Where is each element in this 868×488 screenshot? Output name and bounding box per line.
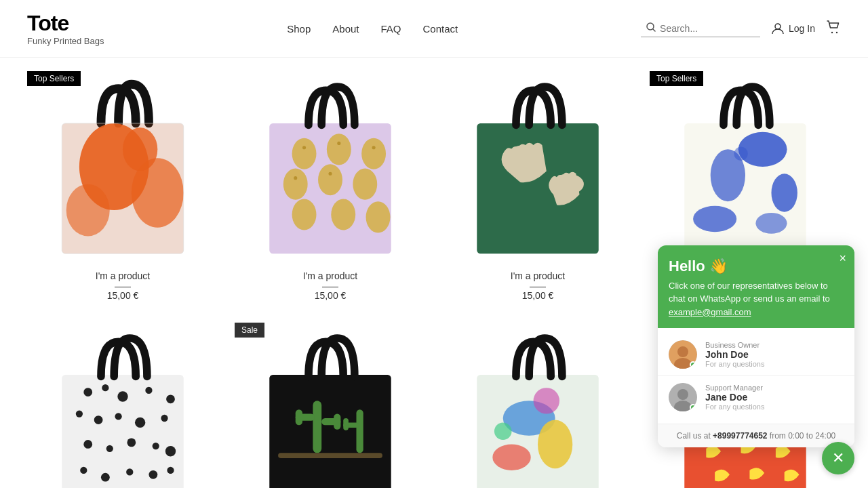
product-card-5[interactable]: I'm a product 15,00 € bbox=[27, 323, 218, 488]
badge-sale-6: Sale bbox=[235, 323, 264, 338]
svg-point-40 bbox=[734, 147, 748, 161]
product-card-2[interactable]: I'm a product 15,00 € bbox=[235, 71, 426, 301]
svg-rect-71 bbox=[278, 453, 382, 458]
product-image-3 bbox=[442, 71, 633, 262]
search-bar[interactable] bbox=[641, 20, 760, 37]
svg-point-38 bbox=[693, 206, 736, 232]
svg-point-9 bbox=[66, 184, 110, 237]
svg-point-46 bbox=[166, 394, 175, 403]
agent-info-2: Support Manager Jane Doe For any questio… bbox=[705, 384, 764, 411]
product-image-5 bbox=[27, 323, 218, 488]
svg-point-48 bbox=[94, 415, 103, 424]
product-divider-2 bbox=[322, 287, 338, 287]
svg-point-75 bbox=[492, 444, 530, 470]
svg-point-43 bbox=[102, 384, 108, 391]
svg-point-25 bbox=[294, 176, 297, 180]
svg-point-49 bbox=[115, 413, 121, 420]
svg-rect-63 bbox=[313, 401, 321, 453]
svg-point-50 bbox=[135, 418, 145, 428]
chat-widget: × Hello 👋 Click one of our representativ… bbox=[658, 245, 854, 448]
product-image-1: Top Sellers bbox=[27, 71, 218, 262]
search-icon bbox=[646, 22, 656, 34]
product-price-2: 15,00 € bbox=[315, 290, 347, 301]
svg-point-47 bbox=[76, 410, 83, 417]
svg-point-39 bbox=[755, 213, 787, 234]
nav-contact[interactable]: Contact bbox=[423, 23, 458, 35]
nav-shop[interactable]: Shop bbox=[287, 23, 311, 35]
product-divider-1 bbox=[115, 287, 131, 287]
svg-point-19 bbox=[292, 199, 317, 230]
logo-subtitle: Funky Printed Bags bbox=[27, 36, 104, 46]
agent-avatar-1 bbox=[669, 340, 697, 369]
agent-name-1: John Doe bbox=[705, 349, 764, 360]
svg-point-17 bbox=[318, 164, 342, 195]
svg-point-16 bbox=[283, 169, 308, 200]
product-divider-3 bbox=[530, 287, 546, 287]
chat-agents-list: Business Owner John Doe For any question… bbox=[658, 328, 854, 424]
cart-icon[interactable] bbox=[826, 20, 841, 38]
svg-point-3 bbox=[831, 31, 833, 33]
chat-toggle-button[interactable]: ✕ bbox=[822, 442, 854, 474]
agent-name-2: Jane Doe bbox=[705, 392, 764, 403]
badge-top-sellers-1: Top Sellers bbox=[27, 71, 81, 86]
product-name-3: I'm a product bbox=[511, 270, 566, 281]
agent-online-dot-1 bbox=[690, 361, 696, 368]
product-name-1: I'm a product bbox=[96, 270, 151, 281]
product-image-7 bbox=[442, 323, 633, 488]
login-button[interactable]: Log In bbox=[771, 22, 815, 35]
svg-point-13 bbox=[292, 138, 317, 169]
product-card-3[interactable]: I'm a product 15,00 € bbox=[442, 71, 633, 301]
header-right: Log In bbox=[641, 20, 841, 38]
svg-point-52 bbox=[83, 440, 92, 449]
search-input[interactable] bbox=[660, 23, 755, 34]
main-nav: Shop About FAQ Contact bbox=[287, 23, 458, 35]
product-card-7[interactable]: I'm a product 15,00 € bbox=[442, 323, 633, 488]
user-icon bbox=[771, 22, 785, 35]
agent-online-dot-2 bbox=[690, 404, 696, 411]
svg-point-54 bbox=[127, 438, 136, 447]
svg-point-56 bbox=[165, 446, 176, 456]
agent-info-1: Business Owner John Doe For any question… bbox=[705, 341, 764, 368]
chat-email-link[interactable]: example@gmail.com bbox=[669, 307, 751, 317]
svg-rect-62 bbox=[269, 375, 391, 488]
product-card-1[interactable]: Top Sellers I'm a product bbox=[27, 71, 218, 301]
nav-faq[interactable]: FAQ bbox=[381, 23, 401, 35]
svg-point-76 bbox=[534, 388, 559, 413]
chat-close-button[interactable]: × bbox=[839, 252, 846, 264]
product-price-1: 15,00 € bbox=[107, 290, 139, 301]
badge-top-sellers-4: Top Sellers bbox=[650, 71, 703, 86]
product-card-6[interactable]: Sale bbox=[235, 323, 426, 488]
svg-point-80 bbox=[677, 346, 688, 357]
product-image-4: Top Sellers bbox=[650, 71, 841, 262]
svg-point-20 bbox=[331, 199, 355, 230]
svg-point-15 bbox=[361, 138, 386, 169]
svg-point-83 bbox=[677, 389, 688, 400]
svg-point-26 bbox=[328, 172, 332, 176]
svg-point-42 bbox=[83, 388, 92, 396]
svg-point-77 bbox=[494, 422, 512, 440]
chat-agent-2[interactable]: Support Manager Jane Doe For any questio… bbox=[658, 376, 854, 418]
product-name-2: I'm a product bbox=[303, 270, 358, 281]
chat-agent-1[interactable]: Business Owner John Doe For any question… bbox=[658, 333, 854, 376]
svg-point-44 bbox=[117, 391, 127, 401]
svg-point-37 bbox=[771, 174, 797, 211]
product-image-2 bbox=[235, 71, 426, 262]
svg-line-1 bbox=[653, 29, 655, 31]
chat-header: × Hello 👋 Click one of our representativ… bbox=[658, 245, 854, 329]
svg-point-2 bbox=[775, 24, 781, 29]
logo[interactable]: Tote Funky Printed Bags bbox=[27, 11, 104, 46]
svg-point-74 bbox=[538, 420, 572, 469]
svg-point-57 bbox=[80, 467, 87, 474]
svg-point-18 bbox=[353, 169, 377, 200]
svg-point-4 bbox=[836, 31, 837, 33]
agent-role-2: Support Manager bbox=[705, 384, 764, 392]
svg-point-60 bbox=[149, 470, 157, 479]
svg-point-23 bbox=[337, 142, 340, 145]
chat-phone-link[interactable]: +89997774652 bbox=[713, 431, 767, 441]
svg-point-61 bbox=[167, 467, 174, 474]
agent-desc-2: For any questions bbox=[705, 403, 764, 411]
login-label: Log In bbox=[789, 23, 815, 34]
chat-footer: Call us at +89997774652 from 0:00 to 24:… bbox=[658, 424, 854, 447]
nav-about[interactable]: About bbox=[332, 23, 359, 35]
svg-rect-65 bbox=[296, 409, 302, 425]
